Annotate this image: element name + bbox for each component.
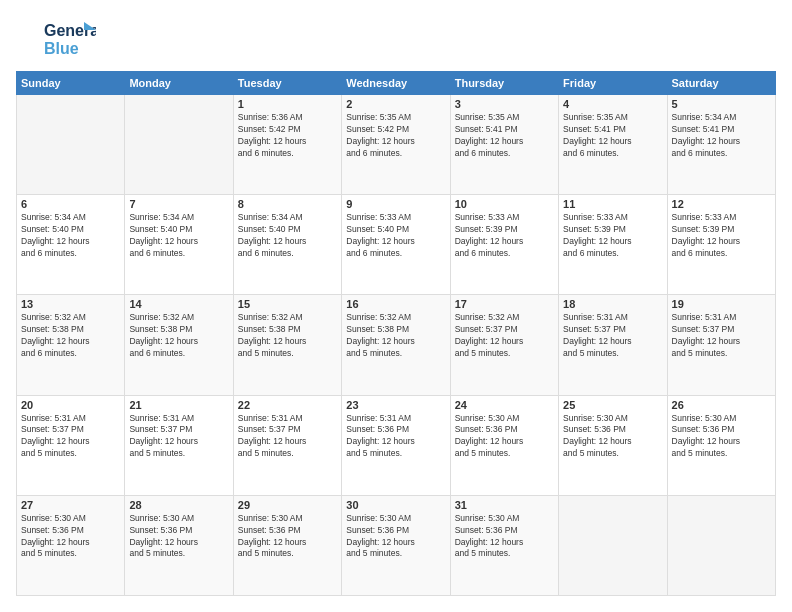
day-number: 20 xyxy=(21,399,120,411)
calendar-cell: 10Sunrise: 5:33 AM Sunset: 5:39 PM Dayli… xyxy=(450,195,558,295)
calendar-cell: 19Sunrise: 5:31 AM Sunset: 5:37 PM Dayli… xyxy=(667,295,775,395)
day-info: Sunrise: 5:32 AM Sunset: 5:38 PM Dayligh… xyxy=(129,312,228,360)
calendar-cell: 24Sunrise: 5:30 AM Sunset: 5:36 PM Dayli… xyxy=(450,395,558,495)
day-info: Sunrise: 5:30 AM Sunset: 5:36 PM Dayligh… xyxy=(21,513,120,561)
calendar-cell: 20Sunrise: 5:31 AM Sunset: 5:37 PM Dayli… xyxy=(17,395,125,495)
day-info: Sunrise: 5:30 AM Sunset: 5:36 PM Dayligh… xyxy=(672,413,771,461)
day-info: Sunrise: 5:35 AM Sunset: 5:41 PM Dayligh… xyxy=(455,112,554,160)
day-number: 27 xyxy=(21,499,120,511)
calendar-cell: 26Sunrise: 5:30 AM Sunset: 5:36 PM Dayli… xyxy=(667,395,775,495)
day-info: Sunrise: 5:34 AM Sunset: 5:40 PM Dayligh… xyxy=(21,212,120,260)
day-info: Sunrise: 5:35 AM Sunset: 5:42 PM Dayligh… xyxy=(346,112,445,160)
day-number: 21 xyxy=(129,399,228,411)
day-info: Sunrise: 5:30 AM Sunset: 5:36 PM Dayligh… xyxy=(455,513,554,561)
day-header-sunday: Sunday xyxy=(17,72,125,95)
calendar-cell: 29Sunrise: 5:30 AM Sunset: 5:36 PM Dayli… xyxy=(233,495,341,595)
day-info: Sunrise: 5:30 AM Sunset: 5:36 PM Dayligh… xyxy=(238,513,337,561)
day-info: Sunrise: 5:32 AM Sunset: 5:38 PM Dayligh… xyxy=(346,312,445,360)
day-number: 12 xyxy=(672,198,771,210)
calendar-cell: 22Sunrise: 5:31 AM Sunset: 5:37 PM Dayli… xyxy=(233,395,341,495)
day-number: 17 xyxy=(455,298,554,310)
calendar-cell: 11Sunrise: 5:33 AM Sunset: 5:39 PM Dayli… xyxy=(559,195,667,295)
calendar-cell: 13Sunrise: 5:32 AM Sunset: 5:38 PM Dayli… xyxy=(17,295,125,395)
day-number: 2 xyxy=(346,98,445,110)
calendar-cell: 6Sunrise: 5:34 AM Sunset: 5:40 PM Daylig… xyxy=(17,195,125,295)
calendar-cell: 17Sunrise: 5:32 AM Sunset: 5:37 PM Dayli… xyxy=(450,295,558,395)
calendar-cell: 7Sunrise: 5:34 AM Sunset: 5:40 PM Daylig… xyxy=(125,195,233,295)
calendar-cell: 27Sunrise: 5:30 AM Sunset: 5:36 PM Dayli… xyxy=(17,495,125,595)
week-row-1: 1Sunrise: 5:36 AM Sunset: 5:42 PM Daylig… xyxy=(17,95,776,195)
day-number: 1 xyxy=(238,98,337,110)
page: GeneralBlue SundayMondayTuesdayWednesday… xyxy=(0,0,792,612)
day-number: 19 xyxy=(672,298,771,310)
day-info: Sunrise: 5:32 AM Sunset: 5:37 PM Dayligh… xyxy=(455,312,554,360)
day-number: 25 xyxy=(563,399,662,411)
day-number: 14 xyxy=(129,298,228,310)
logo-icon: GeneralBlue xyxy=(16,16,96,61)
calendar-cell: 21Sunrise: 5:31 AM Sunset: 5:37 PM Dayli… xyxy=(125,395,233,495)
day-number: 11 xyxy=(563,198,662,210)
day-info: Sunrise: 5:33 AM Sunset: 5:39 PM Dayligh… xyxy=(455,212,554,260)
day-info: Sunrise: 5:33 AM Sunset: 5:39 PM Dayligh… xyxy=(672,212,771,260)
calendar-cell xyxy=(125,95,233,195)
day-number: 7 xyxy=(129,198,228,210)
day-info: Sunrise: 5:31 AM Sunset: 5:37 PM Dayligh… xyxy=(238,413,337,461)
day-number: 8 xyxy=(238,198,337,210)
day-info: Sunrise: 5:30 AM Sunset: 5:36 PM Dayligh… xyxy=(455,413,554,461)
calendar-cell: 28Sunrise: 5:30 AM Sunset: 5:36 PM Dayli… xyxy=(125,495,233,595)
day-header-wednesday: Wednesday xyxy=(342,72,450,95)
day-number: 29 xyxy=(238,499,337,511)
calendar-cell: 18Sunrise: 5:31 AM Sunset: 5:37 PM Dayli… xyxy=(559,295,667,395)
calendar-cell: 8Sunrise: 5:34 AM Sunset: 5:40 PM Daylig… xyxy=(233,195,341,295)
day-info: Sunrise: 5:33 AM Sunset: 5:40 PM Dayligh… xyxy=(346,212,445,260)
calendar-cell xyxy=(559,495,667,595)
day-number: 15 xyxy=(238,298,337,310)
header: GeneralBlue xyxy=(16,16,776,61)
day-info: Sunrise: 5:31 AM Sunset: 5:37 PM Dayligh… xyxy=(21,413,120,461)
day-number: 26 xyxy=(672,399,771,411)
calendar-cell: 1Sunrise: 5:36 AM Sunset: 5:42 PM Daylig… xyxy=(233,95,341,195)
calendar-cell: 31Sunrise: 5:30 AM Sunset: 5:36 PM Dayli… xyxy=(450,495,558,595)
day-number: 3 xyxy=(455,98,554,110)
calendar-cell: 12Sunrise: 5:33 AM Sunset: 5:39 PM Dayli… xyxy=(667,195,775,295)
day-info: Sunrise: 5:35 AM Sunset: 5:41 PM Dayligh… xyxy=(563,112,662,160)
day-number: 18 xyxy=(563,298,662,310)
day-number: 28 xyxy=(129,499,228,511)
day-number: 5 xyxy=(672,98,771,110)
day-info: Sunrise: 5:30 AM Sunset: 5:36 PM Dayligh… xyxy=(563,413,662,461)
day-header-friday: Friday xyxy=(559,72,667,95)
calendar-cell: 9Sunrise: 5:33 AM Sunset: 5:40 PM Daylig… xyxy=(342,195,450,295)
day-info: Sunrise: 5:31 AM Sunset: 5:37 PM Dayligh… xyxy=(672,312,771,360)
calendar-cell: 23Sunrise: 5:31 AM Sunset: 5:36 PM Dayli… xyxy=(342,395,450,495)
day-number: 10 xyxy=(455,198,554,210)
calendar-cell: 15Sunrise: 5:32 AM Sunset: 5:38 PM Dayli… xyxy=(233,295,341,395)
day-header-tuesday: Tuesday xyxy=(233,72,341,95)
day-number: 24 xyxy=(455,399,554,411)
day-header-saturday: Saturday xyxy=(667,72,775,95)
calendar-cell: 14Sunrise: 5:32 AM Sunset: 5:38 PM Dayli… xyxy=(125,295,233,395)
day-number: 9 xyxy=(346,198,445,210)
day-number: 31 xyxy=(455,499,554,511)
svg-text:Blue: Blue xyxy=(44,40,79,57)
day-header-monday: Monday xyxy=(125,72,233,95)
day-info: Sunrise: 5:31 AM Sunset: 5:36 PM Dayligh… xyxy=(346,413,445,461)
week-row-5: 27Sunrise: 5:30 AM Sunset: 5:36 PM Dayli… xyxy=(17,495,776,595)
day-header-thursday: Thursday xyxy=(450,72,558,95)
day-info: Sunrise: 5:36 AM Sunset: 5:42 PM Dayligh… xyxy=(238,112,337,160)
calendar-cell: 4Sunrise: 5:35 AM Sunset: 5:41 PM Daylig… xyxy=(559,95,667,195)
day-info: Sunrise: 5:33 AM Sunset: 5:39 PM Dayligh… xyxy=(563,212,662,260)
day-info: Sunrise: 5:32 AM Sunset: 5:38 PM Dayligh… xyxy=(21,312,120,360)
day-info: Sunrise: 5:32 AM Sunset: 5:38 PM Dayligh… xyxy=(238,312,337,360)
day-info: Sunrise: 5:30 AM Sunset: 5:36 PM Dayligh… xyxy=(346,513,445,561)
calendar-header-row: SundayMondayTuesdayWednesdayThursdayFrid… xyxy=(17,72,776,95)
week-row-2: 6Sunrise: 5:34 AM Sunset: 5:40 PM Daylig… xyxy=(17,195,776,295)
calendar-cell: 5Sunrise: 5:34 AM Sunset: 5:41 PM Daylig… xyxy=(667,95,775,195)
svg-text:General: General xyxy=(44,22,96,39)
calendar-cell xyxy=(17,95,125,195)
calendar-cell xyxy=(667,495,775,595)
week-row-3: 13Sunrise: 5:32 AM Sunset: 5:38 PM Dayli… xyxy=(17,295,776,395)
day-number: 23 xyxy=(346,399,445,411)
day-number: 30 xyxy=(346,499,445,511)
week-row-4: 20Sunrise: 5:31 AM Sunset: 5:37 PM Dayli… xyxy=(17,395,776,495)
logo: GeneralBlue xyxy=(16,16,96,61)
